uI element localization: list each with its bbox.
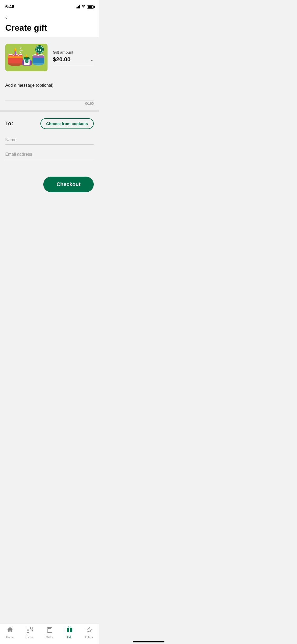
to-row: To: Choose from contacts: [5, 118, 94, 129]
battery-icon: [87, 5, 94, 9]
choose-contacts-button[interactable]: Choose from contacts: [40, 118, 94, 129]
gift-amount-section: Gift amount $20.00 ⌄: [53, 50, 94, 65]
to-section: To: Choose from contacts: [0, 112, 99, 169]
status-bar: 6:46: [0, 0, 99, 12]
name-field-group: [5, 135, 94, 145]
svg-point-12: [26, 54, 27, 56]
gift-amount-label: Gift amount: [53, 50, 94, 54]
status-icons: [76, 5, 94, 9]
status-time: 6:46: [5, 4, 14, 10]
message-label: Add a message (optional): [5, 83, 94, 88]
wifi-icon: [81, 5, 86, 9]
message-section: Add a message (optional) 0/160: [0, 78, 99, 110]
svg-rect-20: [24, 57, 30, 59]
gift-amount-row[interactable]: $20.00 ⌄: [53, 56, 94, 65]
page-title: Create gift: [5, 23, 94, 33]
gift-card-section: Gift amount $20.00 ⌄: [0, 37, 99, 78]
svg-point-7: [15, 48, 16, 50]
section-divider: [0, 110, 99, 112]
gift-amount-value: $20.00: [53, 56, 70, 63]
chevron-down-icon: ⌄: [90, 57, 94, 62]
email-field-group: [5, 150, 94, 159]
back-button[interactable]: ‹: [5, 14, 7, 20]
svg-point-22: [25, 60, 28, 63]
to-label: To:: [5, 121, 13, 127]
signal-icon: [76, 5, 80, 8]
header: ‹ Create gift: [0, 12, 99, 37]
gift-card-image: [5, 44, 48, 71]
char-count: 0/160: [5, 100, 94, 110]
email-input[interactable]: [5, 150, 94, 159]
checkout-section: Checkout: [0, 169, 99, 219]
name-input[interactable]: [5, 135, 94, 145]
checkout-button[interactable]: Checkout: [43, 177, 94, 192]
message-input[interactable]: [5, 90, 94, 100]
